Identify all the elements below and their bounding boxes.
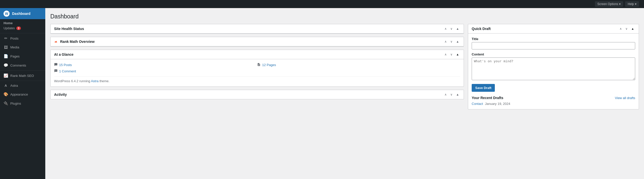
quick-draft-body: Title Content Save Draft Your Recent Dra…	[468, 34, 639, 109]
at-a-glance-panel: At a Glance ∧ ∨ ▲	[50, 50, 464, 87]
activity-header: Activity ∧ ∨ ▲	[51, 90, 464, 99]
sidebar-item-media[interactable]: 🖼 Media	[0, 43, 45, 52]
sidebar: W Dashboard Home Updates 3 ✏ Posts 🖼 Med…	[0, 8, 45, 179]
theme-link[interactable]: Astra	[91, 79, 98, 83]
title-label: Title	[472, 37, 635, 41]
sidebar-divider-2	[0, 70, 45, 71]
site-health-controls: ∧ ∨ ▲	[444, 27, 460, 31]
sidebar-item-media-label: Media	[10, 45, 19, 49]
content-textarea[interactable]	[472, 57, 635, 80]
quick-draft-content-field: Content	[472, 52, 635, 81]
pages-icon: 📄	[4, 54, 8, 58]
site-health-down-btn[interactable]: ∨	[449, 27, 454, 31]
stat-comments: 1 Comment	[54, 69, 257, 73]
rank-math-controls: ∧ ∨ ▲	[444, 40, 460, 44]
sidebar-item-pages-label: Pages	[10, 54, 20, 58]
at-a-glance-toggle-btn[interactable]: ▲	[455, 52, 460, 56]
comments-icon: 💬	[4, 63, 8, 68]
stat-comments-icon	[54, 69, 58, 73]
main-content: Dashboard Site Health Status ∧ ∨ ▲	[45, 8, 644, 179]
left-column: Site Health Status ∧ ∨ ▲ Rank	[50, 24, 464, 99]
draft-date: January 19, 2024	[485, 102, 510, 106]
sidebar-item-plugins[interactable]: 🔌 Plugins	[0, 99, 45, 108]
activity-toggle-btn[interactable]: ▲	[455, 93, 460, 97]
comments-stat-link[interactable]: 1 Comment	[59, 69, 76, 73]
at-a-glance-version: WordPress 6.4.2 running Astra theme.	[54, 76, 460, 83]
posts-stat-link[interactable]: 15 Posts	[59, 63, 72, 67]
theme-suffix: theme.	[99, 79, 109, 83]
astra-icon: A	[4, 84, 8, 87]
recent-drafts-header: Your Recent Drafts View all drafts	[472, 96, 635, 100]
appearance-icon: 🎨	[4, 92, 8, 97]
sidebar-item-rank-math-seo[interactable]: 📈 Rank Math SEO	[0, 71, 45, 80]
admin-bar: Screen Options ▾ Help ▾	[0, 0, 644, 8]
sidebar-item-astra[interactable]: A Astra	[0, 81, 45, 90]
updates-badge: 3	[16, 26, 21, 30]
at-a-glance-header: At a Glance ∧ ∨ ▲	[51, 50, 464, 59]
sidebar-item-posts-label: Posts	[10, 37, 19, 40]
sidebar-home-label: Home	[0, 19, 45, 26]
draft-item: Contact January 19, 2024	[472, 102, 635, 106]
rank-math-title: Rank Math Overview	[60, 40, 441, 44]
quick-draft-up-btn[interactable]: ∧	[619, 27, 623, 31]
help-button[interactable]: Help ▾	[625, 1, 639, 7]
quick-draft-toggle-btn[interactable]: ▲	[630, 27, 635, 31]
save-draft-button[interactable]: Save Draft	[472, 84, 495, 92]
sidebar-logo[interactable]: W Dashboard	[0, 8, 45, 19]
posts-icon: ✏	[4, 36, 8, 41]
sidebar-item-posts[interactable]: ✏ Posts	[0, 34, 45, 43]
sidebar-item-rank-math-label: Rank Math SEO	[10, 74, 34, 78]
rank-math-panel: Rank Math Overview ∧ ∨ ▲	[50, 37, 464, 47]
stat-posts-icon	[54, 63, 58, 67]
site-health-panel: Site Health Status ∧ ∨ ▲	[50, 24, 464, 34]
recent-drafts-title: Your Recent Drafts	[472, 96, 503, 100]
sidebar-item-appearance[interactable]: 🎨 Appearance	[0, 90, 45, 99]
quick-draft-header: Quick Draft ∧ ∨ ▲	[468, 24, 639, 34]
sidebar-logo-label: Dashboard	[12, 12, 30, 16]
site-health-toggle-btn[interactable]: ▲	[455, 27, 460, 31]
sidebar-item-comments-label: Comments	[10, 64, 26, 67]
sidebar-updates[interactable]: Updates 3	[0, 26, 45, 33]
page-title: Dashboard	[50, 13, 639, 20]
main-columns: Site Health Status ∧ ∨ ▲ Rank	[50, 24, 639, 174]
site-health-up-btn[interactable]: ∧	[444, 27, 448, 31]
activity-down-btn[interactable]: ∨	[449, 93, 454, 97]
sidebar-item-pages[interactable]: 📄 Pages	[0, 52, 45, 61]
sidebar-divider-3	[0, 81, 45, 81]
quick-draft-down-btn[interactable]: ∨	[624, 27, 629, 31]
activity-title: Activity	[54, 93, 441, 97]
screen-options-button[interactable]: Screen Options ▾	[595, 1, 623, 7]
activity-up-btn[interactable]: ∧	[444, 93, 448, 97]
sidebar-item-plugins-label: Plugins	[10, 102, 21, 105]
at-a-glance-down-btn[interactable]: ∨	[449, 52, 454, 56]
right-column: Quick Draft ∧ ∨ ▲ Title Cont	[468, 24, 639, 109]
main-layout: W Dashboard Home Updates 3 ✏ Posts 🖼 Med…	[0, 8, 644, 179]
activity-controls: ∧ ∨ ▲	[444, 93, 460, 97]
activity-panel: Activity ∧ ∨ ▲	[50, 90, 464, 99]
sidebar-divider	[0, 33, 45, 33]
at-a-glance-body: 15 Posts 12 Pages	[51, 59, 464, 86]
stat-pages: 12 Pages	[257, 63, 460, 67]
media-icon: 🖼	[4, 45, 8, 49]
version-text: WordPress 6.4.2 running	[54, 79, 91, 83]
rank-math-down-btn[interactable]: ∨	[449, 40, 454, 44]
title-input[interactable]	[472, 42, 635, 49]
stat-pages-icon	[257, 63, 261, 67]
wp-icon: W	[4, 11, 10, 17]
at-a-glance-stats: 15 Posts 12 Pages	[54, 63, 460, 73]
stat-posts: 15 Posts	[54, 63, 257, 67]
site-health-title: Site Health Status	[54, 27, 441, 31]
at-a-glance-controls: ∧ ∨ ▲	[444, 52, 460, 56]
draft-link[interactable]: Contact	[472, 102, 483, 106]
quick-draft-title: Quick Draft	[472, 27, 617, 31]
content-label: Content	[472, 52, 635, 56]
sidebar-item-appearance-label: Appearance	[10, 93, 28, 96]
rank-math-toggle-btn[interactable]: ▲	[455, 40, 460, 44]
quick-draft-panel: Quick Draft ∧ ∨ ▲ Title Cont	[468, 24, 639, 109]
sidebar-item-comments[interactable]: 💬 Comments	[0, 61, 45, 70]
plugins-icon: 🔌	[4, 101, 8, 106]
view-all-drafts-link[interactable]: View all drafts	[615, 96, 635, 100]
pages-stat-link[interactable]: 12 Pages	[262, 63, 276, 67]
at-a-glance-up-btn[interactable]: ∧	[444, 52, 448, 56]
rank-math-up-btn[interactable]: ∧	[444, 40, 448, 44]
